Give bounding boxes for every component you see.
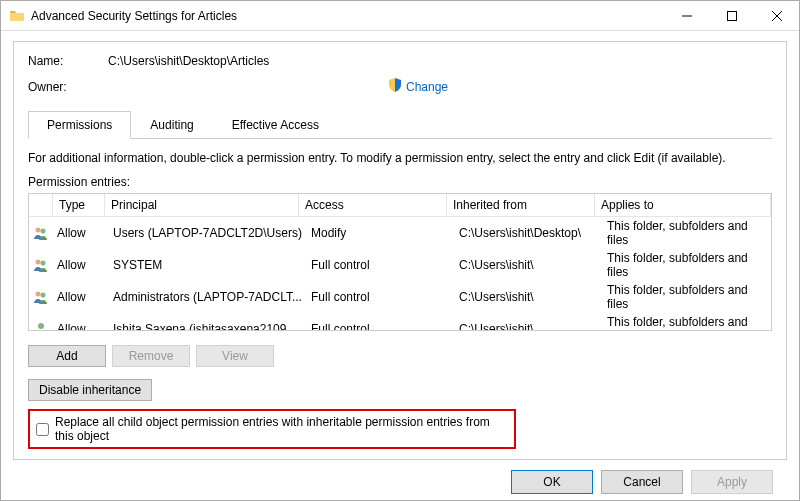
name-label: Name: (28, 54, 108, 68)
grid-body: AllowUsers (LAPTOP-7ADCLT2D\Users)Modify… (29, 217, 771, 331)
replace-checkbox-row: Replace all child object permission entr… (28, 409, 516, 449)
tab-effective-access[interactable]: Effective Access (213, 111, 338, 139)
name-row: Name: C:\Users\ishit\Desktop\Articles (28, 54, 772, 68)
svg-point-8 (36, 292, 41, 297)
table-row[interactable]: AllowAdministrators (LAPTOP-7ADCLT...Ful… (29, 281, 771, 313)
cell-access: Modify (307, 226, 455, 240)
svg-rect-1 (727, 11, 736, 20)
grid-header: Type Principal Access Inherited from App… (29, 194, 771, 217)
cell-type: Allow (53, 226, 109, 240)
add-button[interactable]: Add (28, 345, 106, 367)
owner-row: Owner: Change (28, 78, 772, 95)
cell-access: Full control (307, 290, 455, 304)
col-type-header[interactable]: Type (53, 194, 105, 216)
cell-principal: Users (LAPTOP-7ADCLT2D\Users) (109, 226, 307, 240)
minimize-button[interactable] (664, 1, 709, 31)
col-access-header[interactable]: Access (299, 194, 447, 216)
svg-point-9 (41, 293, 46, 298)
footer: OK Cancel Apply (13, 460, 787, 500)
tab-auditing[interactable]: Auditing (131, 111, 212, 139)
entries-label: Permission entries: (28, 175, 772, 189)
group-icon (29, 225, 53, 241)
content: Name: C:\Users\ishit\Desktop\Articles Ow… (1, 31, 799, 500)
table-row[interactable]: AllowUsers (LAPTOP-7ADCLT2D\Users)Modify… (29, 217, 771, 249)
remove-button: Remove (112, 345, 190, 367)
cell-type: Allow (53, 258, 109, 272)
svg-point-7 (41, 261, 46, 266)
tab-permissions[interactable]: Permissions (28, 111, 131, 139)
disable-inheritance-row: Disable inheritance (28, 379, 772, 401)
replace-label: Replace all child object permission entr… (55, 415, 508, 443)
cell-inherited: C:\Users\ishit\ (455, 258, 603, 272)
owner-label: Owner: (28, 80, 108, 94)
cell-inherited: C:\Users\ishit\ (455, 322, 603, 331)
ok-button[interactable]: OK (511, 470, 593, 494)
user-icon (29, 321, 53, 331)
svg-point-10 (38, 323, 44, 329)
disable-inheritance-button[interactable]: Disable inheritance (28, 379, 152, 401)
change-link-text: Change (406, 80, 448, 94)
shield-icon (388, 78, 402, 95)
change-owner-link[interactable]: Change (388, 78, 448, 95)
cell-inherited: C:\Users\ishit\Desktop\ (455, 226, 603, 240)
svg-point-4 (36, 228, 41, 233)
col-inherited-header[interactable]: Inherited from (447, 194, 595, 216)
tabs: Permissions Auditing Effective Access (28, 111, 772, 139)
maximize-button[interactable] (709, 1, 754, 31)
col-principal-header[interactable]: Principal (105, 194, 299, 216)
cell-access: Full control (307, 322, 455, 331)
cell-inherited: C:\Users\ishit\ (455, 290, 603, 304)
col-applies-header[interactable]: Applies to (595, 194, 771, 216)
replace-checkbox[interactable] (36, 423, 49, 436)
folder-icon (9, 8, 25, 24)
cell-applies: This folder, subfolders and files (603, 251, 771, 279)
inner-panel: Name: C:\Users\ishit\Desktop\Articles Ow… (13, 41, 787, 460)
cell-applies: This folder, subfolders and files (603, 283, 771, 311)
name-value: C:\Users\ishit\Desktop\Articles (108, 54, 772, 68)
window-title: Advanced Security Settings for Articles (31, 9, 664, 23)
permissions-grid: Type Principal Access Inherited from App… (28, 193, 772, 331)
cell-principal: SYSTEM (109, 258, 307, 272)
owner-value: Change (108, 78, 772, 95)
table-row[interactable]: AllowIshita Saxena (ishitasaxena2109...F… (29, 313, 771, 331)
cell-access: Full control (307, 258, 455, 272)
svg-point-5 (41, 229, 46, 234)
cell-principal: Ishita Saxena (ishitasaxena2109... (109, 322, 307, 331)
close-button[interactable] (754, 1, 799, 31)
entry-buttons: Add Remove View (28, 345, 772, 367)
titlebar: Advanced Security Settings for Articles (1, 1, 799, 31)
cell-type: Allow (53, 322, 109, 331)
cell-applies: This folder, subfolders and files (603, 315, 771, 331)
group-icon (29, 257, 53, 273)
window: Advanced Security Settings for Articles … (0, 0, 800, 501)
cell-principal: Administrators (LAPTOP-7ADCLT... (109, 290, 307, 304)
group-icon (29, 289, 53, 305)
cell-applies: This folder, subfolders and files (603, 219, 771, 247)
col-icon-header[interactable] (29, 194, 53, 216)
info-text: For additional information, double-click… (28, 151, 772, 165)
apply-button: Apply (691, 470, 773, 494)
cell-type: Allow (53, 290, 109, 304)
cancel-button[interactable]: Cancel (601, 470, 683, 494)
view-button: View (196, 345, 274, 367)
table-row[interactable]: AllowSYSTEMFull controlC:\Users\ishit\Th… (29, 249, 771, 281)
svg-point-6 (36, 260, 41, 265)
